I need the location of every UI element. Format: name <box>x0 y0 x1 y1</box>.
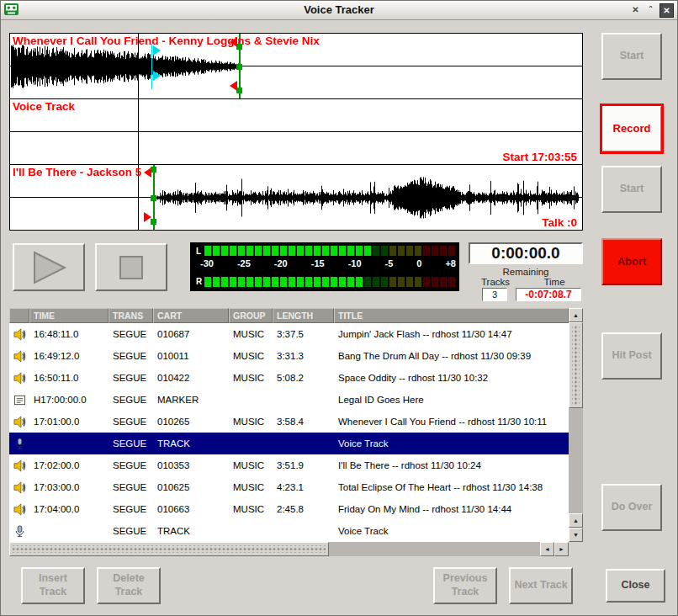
scroll-left-button[interactable]: ◄ <box>540 542 554 556</box>
track3-talk-time: Talk :0 <box>542 216 577 229</box>
scroll-up-button[interactable]: ▲ <box>569 513 583 528</box>
cell-title: Space Oddity -- rdhost 11/30 10:32 <box>334 373 569 383</box>
log-column-header[interactable]: CART <box>153 308 229 323</box>
meter-segment <box>230 246 236 256</box>
cell-cart: 010422 <box>153 373 229 383</box>
level-meter: L -30 -25 -20 -15 -10 -5 0 +8 R <box>190 242 459 291</box>
marker-handle[interactable] <box>236 44 242 50</box>
log-horizontal-scrollbar[interactable]: ◄ ► <box>9 542 569 556</box>
scroll-up-button[interactable]: ▲ <box>569 308 583 322</box>
track3-waveform-panel[interactable]: I'll Be There - Jackson 5 Talk :0 <box>9 164 583 231</box>
meter-scale: -30 -25 -20 -15 -10 -5 0 +8 <box>200 258 456 268</box>
log-column-header[interactable] <box>9 308 29 323</box>
track1-waveform <box>11 41 239 92</box>
log-row[interactable]: 17:01:00.0SEGUE010265MUSIC3:58.4Whenever… <box>9 411 569 433</box>
voice-track-midline <box>10 131 582 132</box>
close-icon[interactable]: ✕ <box>659 3 674 18</box>
marker-handle[interactable] <box>236 88 242 93</box>
log-row[interactable]: H17:00:00.0SEGUEMARKERLegal ID Goes Here <box>9 389 569 411</box>
elapsed-time-display: 0:00:00.0 <box>469 242 583 264</box>
marker-handle[interactable] <box>236 64 242 70</box>
log-row[interactable]: SEGUETRACKVoice Track <box>9 520 569 542</box>
stop-button[interactable] <box>95 243 167 291</box>
scroll-right-button[interactable]: ► <box>554 542 569 556</box>
log-column-header[interactable]: LENGTH <box>273 308 334 323</box>
log-table: TIMETRANSCARTGROUPLENGTHTITLE 16:48:11.0… <box>9 308 583 556</box>
marker-handle[interactable] <box>151 167 156 173</box>
fade-marker-icon[interactable] <box>144 212 151 222</box>
log-vertical-scrollbar[interactable]: ▲ ▲ ▼ <box>569 308 583 542</box>
iconify-icon[interactable]: ✕ <box>629 3 642 16</box>
log-row[interactable]: 16:49:12.0SEGUE010011MUSIC3:31.3Bang The… <box>9 345 569 367</box>
meter-segment <box>314 246 320 256</box>
cell-trans: SEGUE <box>109 526 153 536</box>
log-column-header[interactable]: TRANS <box>109 308 153 323</box>
scale-tick: +8 <box>445 258 456 268</box>
cell-title: Jumpin' Jack Flash -- rdhost 11/30 14:47 <box>334 329 569 339</box>
fade-marker-icon[interactable] <box>230 81 237 91</box>
meter-segment <box>440 277 447 287</box>
track3-waveform <box>155 173 579 223</box>
shade-icon[interactable]: ˆ <box>644 3 657 16</box>
cell-time: 17:03:00.0 <box>29 482 109 492</box>
vertical-scroll-thumb[interactable] <box>569 322 583 408</box>
do-over-button[interactable]: Do Over <box>601 484 662 531</box>
meter-segment <box>246 277 253 287</box>
log-row[interactable]: 16:48:11.0SEGUE010687MUSIC3:37.5Jumpin' … <box>9 323 569 345</box>
close-button[interactable]: Close <box>606 569 665 603</box>
hit-post-button[interactable]: Hit Post <box>601 332 662 380</box>
scroll-down-button[interactable]: ▼ <box>569 528 583 542</box>
segue-marker-handle-icon[interactable] <box>153 71 161 81</box>
track1-waveform-panel[interactable]: Whenever I Call You Friend - Kenny Loggi… <box>9 33 583 99</box>
voice-track-waveform-panel[interactable]: Voice Track Start 17:03:55 <box>9 98 583 165</box>
next-track-button[interactable]: Next Track <box>509 567 573 604</box>
log-row[interactable]: 17:04:00.0SEGUE010663MUSIC2:45.8Friday O… <box>9 498 569 520</box>
meter-left-label: L <box>196 247 201 256</box>
delete-track-button[interactable]: Delete Track <box>97 567 161 604</box>
cell-group: MUSIC <box>229 482 273 492</box>
meter-segment <box>423 246 430 256</box>
log-row[interactable]: 17:02:00.0SEGUE010353MUSIC3:51.9I'll Be … <box>9 454 569 476</box>
abort-button[interactable]: Abort <box>601 238 662 285</box>
record-button[interactable]: Record <box>600 104 664 154</box>
meter-segment <box>272 246 278 256</box>
voice-tracker-window: Voice Tracker ✕ ˆ ✕ Whenever I Call You … <box>0 0 678 616</box>
log-column-header[interactable]: TITLE <box>334 308 569 323</box>
cell-time: 16:48:11.0 <box>29 329 109 339</box>
insert-track-button[interactable]: Insert Track <box>21 567 85 604</box>
log-row[interactable]: 16:50:11.0SEGUE010422MUSIC5:08.2Space Od… <box>9 367 569 389</box>
segue-marker-line[interactable] <box>151 44 152 89</box>
play-icon <box>30 251 67 284</box>
meter-segment <box>322 246 329 256</box>
meter-segment <box>448 246 455 256</box>
segue-marker-handle-icon[interactable] <box>153 45 161 56</box>
log-column-header[interactable]: TIME <box>29 308 109 323</box>
fade-marker-icon[interactable] <box>230 37 237 47</box>
cell-group: MUSIC <box>229 417 273 427</box>
marker-handle[interactable] <box>151 195 156 201</box>
meter-segment <box>373 246 379 256</box>
marker-handle[interactable] <box>151 219 156 225</box>
horizontal-scroll-thumb[interactable] <box>9 542 329 556</box>
fade-marker-icon[interactable] <box>144 167 151 178</box>
speaker-icon <box>9 481 29 494</box>
start-button-bottom[interactable]: Start <box>601 166 662 213</box>
meter-segment <box>322 277 329 287</box>
log-row[interactable]: 17:03:00.0SEGUE010625MUSIC4:23.1Total Ec… <box>9 476 569 498</box>
voice-track-title: Voice Track <box>13 100 75 113</box>
speaker-icon <box>9 459 29 472</box>
start-button-top[interactable]: Start <box>601 33 662 80</box>
meter-segment <box>289 277 295 287</box>
meter-segment <box>221 246 228 256</box>
play-button[interactable] <box>13 243 85 291</box>
cell-length: 3:37.5 <box>273 329 334 339</box>
previous-track-button[interactable]: Previous Track <box>433 567 497 604</box>
cell-time: H17:00:00.0 <box>29 395 109 405</box>
cell-length: 3:51.9 <box>273 460 334 470</box>
microphone-icon <box>9 525 29 538</box>
meter-right-row <box>204 277 455 287</box>
log-row[interactable]: SEGUETRACKVoice Track <box>9 433 569 454</box>
meter-segment <box>347 277 354 287</box>
log-column-header[interactable]: GROUP <box>229 308 273 323</box>
cell-trans: SEGUE <box>109 329 153 339</box>
